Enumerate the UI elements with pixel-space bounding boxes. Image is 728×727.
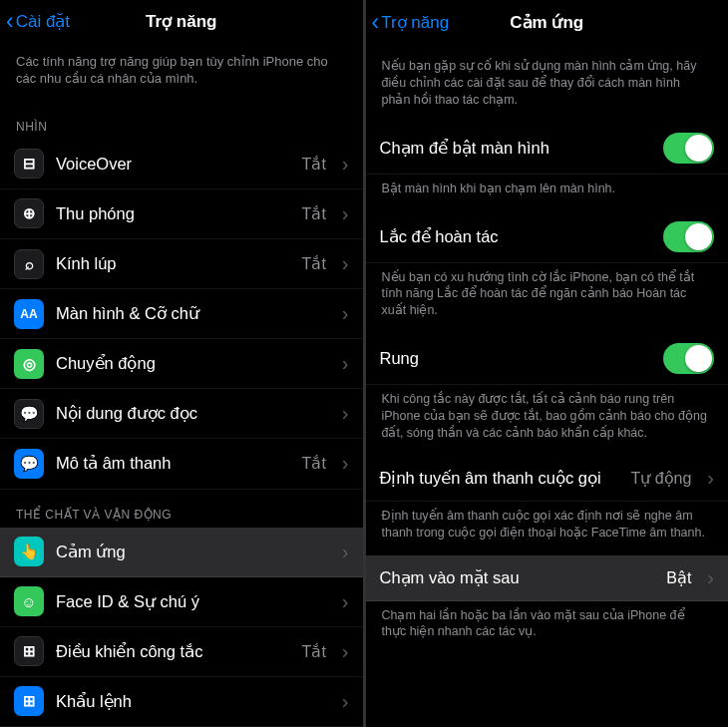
section-physical: THỂ CHẤT VÀ VẬN ĐỘNG — [0, 490, 363, 528]
shake-footer: Nếu bạn có xu hướng tình cờ lắc iPhone, … — [366, 263, 729, 334]
row-zoom[interactable]: ⊕ Thu phóng Tắt › — [0, 189, 363, 239]
magnifier-value: Tắt — [302, 254, 326, 273]
row-back-tap[interactable]: Chạm vào mặt sau Bật › — [366, 555, 729, 601]
row-display[interactable]: AA Màn hình & Cỡ chữ › — [0, 289, 363, 339]
display-label: Màn hình & Cỡ chữ — [56, 304, 326, 323]
row-spoken[interactable]: 💬 Nội dung được đọc › — [0, 389, 363, 439]
voiceover-label: VoiceOver — [56, 155, 290, 174]
zoom-label: Thu phóng — [56, 204, 290, 223]
chevron-right-icon: › — [342, 452, 349, 475]
chevron-right-icon: › — [342, 690, 349, 713]
nav-bar: ‹ Trợ năng Cảm ứng — [366, 0, 729, 44]
chevron-right-icon: › — [342, 302, 349, 325]
screen-accessibility: ‹ Cài đặt Trợ năng Các tính năng trợ năn… — [0, 0, 363, 727]
faceid-label: Face ID & Sự chú ý — [56, 592, 326, 611]
voiceover-icon: ⊟ — [14, 149, 44, 179]
zoom-value: Tắt — [302, 204, 326, 223]
chevron-right-icon: › — [342, 352, 349, 375]
chevron-right-icon: › — [342, 402, 349, 425]
chevron-left-icon: ‹ — [6, 10, 14, 33]
spoken-label: Nội dung được đọc — [56, 404, 326, 423]
back-label: Trợ năng — [381, 12, 449, 33]
row-audio-routing[interactable]: Định tuyến âm thanh cuộc gọi Tự động › — [366, 456, 729, 502]
voice-icon: ⊞ — [14, 686, 44, 716]
audioroute-value: Tự động — [630, 469, 691, 488]
touch-icon: 👆 — [14, 537, 44, 566]
voiceover-value: Tắt — [302, 155, 326, 174]
section-vision: NHÌN — [0, 102, 363, 140]
chevron-right-icon: › — [342, 541, 349, 563]
spoken-icon: 💬 — [14, 399, 44, 429]
chevron-right-icon: › — [342, 590, 349, 613]
shake-toggle[interactable] — [663, 221, 714, 252]
chevron-right-icon: › — [342, 640, 349, 663]
display-icon: AA — [14, 299, 44, 329]
chevron-left-icon: ‹ — [372, 11, 380, 34]
zoom-icon: ⊕ — [14, 198, 44, 228]
motion-label: Chuyển động — [56, 354, 326, 373]
audioroute-label: Định tuyến âm thanh cuộc gọi — [380, 469, 619, 488]
vibrate-label: Rung — [380, 349, 652, 368]
chevron-right-icon: › — [707, 467, 714, 490]
audiodesc-value: Tắt — [302, 454, 326, 473]
row-switch[interactable]: ⊞ Điều khiển công tắc Tắt › — [0, 627, 363, 677]
intro-text: Các tính năng trợ năng giúp bạn tùy chỉn… — [0, 43, 363, 102]
chevron-right-icon: › — [342, 252, 349, 275]
audiodesc-icon: 💬 — [14, 449, 44, 479]
chevron-right-icon: › — [342, 202, 349, 225]
row-faceid[interactable]: ☺ Face ID & Sự chú ý › — [0, 577, 363, 627]
faceid-icon: ☺ — [14, 586, 44, 616]
vibrate-footer: Khi công tắc này được tắt, tất cả cảnh b… — [366, 385, 729, 456]
magnifier-label: Kính lúp — [56, 254, 290, 273]
back-label: Cài đặt — [16, 11, 70, 32]
row-voice[interactable]: ⊞ Khẩu lệnh › — [0, 677, 363, 727]
switch-icon: ⊞ — [14, 636, 44, 666]
row-vibration[interactable]: Rung — [366, 333, 729, 385]
row-audiodesc[interactable]: 💬 Mô tả âm thanh Tắt › — [0, 439, 363, 489]
row-tap-to-wake[interactable]: Chạm để bật màn hình — [366, 123, 729, 175]
back-button[interactable]: ‹ Trợ năng — [372, 11, 450, 34]
intro-text: Nếu bạn gặp sự cố khi sử dụng màn hình c… — [366, 44, 729, 123]
tapwake-toggle[interactable] — [663, 133, 714, 164]
audiodesc-label: Mô tả âm thanh — [56, 454, 290, 473]
audioroute-footer: Định tuyến âm thanh cuộc gọi xác định nơ… — [366, 502, 729, 555]
row-magnifier[interactable]: ⌕ Kính lúp Tắt › — [0, 239, 363, 289]
chevron-right-icon: › — [342, 153, 349, 176]
row-motion[interactable]: ◎ Chuyển động › — [0, 339, 363, 389]
motion-icon: ◎ — [14, 349, 44, 379]
magnifier-icon: ⌕ — [14, 249, 44, 279]
back-button[interactable]: ‹ Cài đặt — [6, 10, 70, 33]
row-touch[interactable]: 👆 Cảm ứng › — [0, 528, 363, 577]
tapwake-footer: Bật màn hình khi bạn chạm lên màn hình. — [366, 175, 729, 211]
nav-bar: ‹ Cài đặt Trợ năng — [0, 0, 363, 43]
backtap-label: Chạm vào mặt sau — [380, 568, 655, 587]
tapwake-label: Chạm để bật màn hình — [380, 139, 652, 158]
vibrate-toggle[interactable] — [663, 343, 714, 374]
voice-label: Khẩu lệnh — [56, 692, 326, 711]
screen-touch: ‹ Trợ năng Cảm ứng Nếu bạn gặp sự cố khi… — [366, 0, 729, 727]
backtap-value: Bật — [666, 568, 691, 587]
row-shake-undo[interactable]: Lắc để hoàn tác — [366, 211, 729, 263]
touch-label: Cảm ứng — [56, 543, 326, 561]
chevron-right-icon: › — [707, 566, 714, 589]
backtap-footer: Chạm hai lần hoặc ba lần vào mặt sau của… — [366, 601, 729, 655]
switch-value: Tắt — [302, 642, 326, 661]
switch-label: Điều khiển công tắc — [56, 642, 290, 661]
shake-label: Lắc để hoàn tác — [380, 227, 652, 246]
row-voiceover[interactable]: ⊟ VoiceOver Tắt › — [0, 140, 363, 189]
